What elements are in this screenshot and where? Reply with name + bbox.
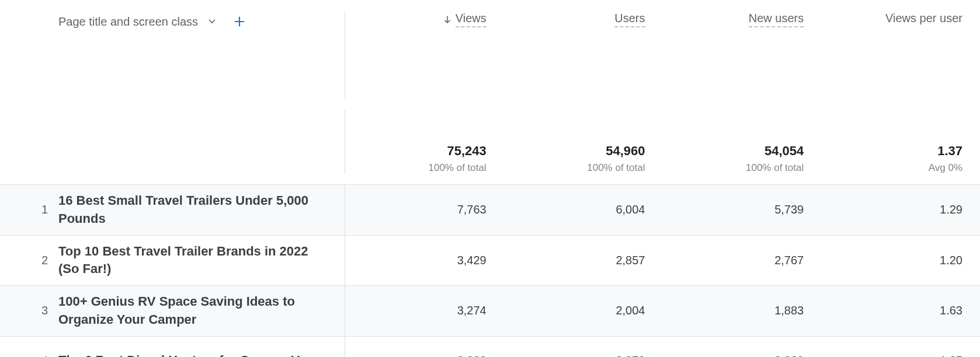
summary-value: 54,054 (663, 144, 804, 159)
summary-sublabel: 100% of total (504, 162, 645, 174)
summary-sublabel: 100% of total (663, 162, 804, 174)
row-title[interactable]: 100+ Genius RV Space Saving Ideas to Org… (58, 286, 345, 336)
table-row[interactable]: 2Top 10 Best Travel Trailer Brands in 20… (0, 235, 980, 286)
row-title[interactable]: Top 10 Best Travel Trailer Brands in 202… (58, 236, 345, 286)
row-title[interactable]: 16 Best Small Travel Trailers Under 5,00… (58, 185, 345, 235)
row-title[interactable]: The 6 Best Diesel Heaters for Camper Van… (58, 345, 345, 357)
cell-new-users: 2,767 (663, 254, 822, 267)
cell-users: 2,857 (504, 254, 663, 267)
cell-new-users: 1,883 (663, 304, 822, 317)
column-header-views[interactable]: Views (345, 12, 504, 27)
column-header-new-users[interactable]: New users (663, 12, 822, 27)
cell-new-users: 5,739 (663, 203, 822, 216)
dimension-selector[interactable]: Page title and screen class (58, 12, 345, 29)
dimension-label: Page title and screen class (58, 15, 198, 29)
row-index: 1 (0, 203, 58, 216)
cell-views-per-user: 1.20 (821, 254, 980, 267)
row-index: 3 (0, 304, 58, 317)
summary-sublabel: 100% of total (345, 162, 486, 174)
column-label: Views per user (885, 12, 962, 25)
cell-views-per-user: 1.29 (821, 203, 980, 216)
cell-new-users: 2,039 (663, 354, 822, 357)
add-dimension-button[interactable] (232, 14, 247, 29)
summary-sublabel: Avg 0% (821, 162, 962, 174)
chevron-down-icon (206, 19, 218, 24)
summary-views-per-user: 1.37 Avg 0% (821, 144, 980, 174)
cell-views-per-user: 1.35 (821, 354, 980, 357)
cell-views-per-user: 1.63 (821, 304, 980, 317)
row-index: 4 (0, 354, 58, 357)
cell-views: 3,429 (345, 254, 504, 267)
analytics-table: Page title and screen class Views (0, 0, 980, 357)
sort-descending-icon (444, 16, 451, 24)
row-index: 2 (0, 254, 58, 267)
cell-users: 2,004 (504, 304, 663, 317)
table-header-row: Page title and screen class Views (0, 0, 980, 99)
cell-users: 6,004 (504, 203, 663, 216)
cell-views: 2,800 (345, 354, 504, 357)
summary-new-users: 54,054 100% of total (663, 144, 822, 174)
summary-value: 75,243 (345, 144, 486, 159)
column-header-users[interactable]: Users (504, 12, 663, 27)
column-label: Users (614, 12, 645, 27)
column-label: New users (749, 12, 804, 27)
table-row[interactable]: 116 Best Small Travel Trailers Under 5,0… (0, 184, 980, 235)
column-header-views-per-user[interactable]: Views per user (821, 12, 980, 25)
summary-value: 54,960 (504, 144, 645, 159)
summary-views: 75,243 100% of total (345, 144, 504, 174)
cell-views: 7,763 (345, 203, 504, 216)
table-row[interactable]: 3100+ Genius RV Space Saving Ideas to Or… (0, 285, 980, 336)
cell-users: 2,070 (504, 354, 663, 357)
table-summary-row: 75,243 100% of total 54,960 100% of tota… (0, 99, 980, 184)
table-body: 116 Best Small Travel Trailers Under 5,0… (0, 184, 980, 357)
summary-users: 54,960 100% of total (504, 144, 663, 174)
column-label: Views (456, 12, 486, 27)
summary-value: 1.37 (821, 144, 962, 159)
cell-views: 3,274 (345, 304, 504, 317)
table-row[interactable]: 4The 6 Best Diesel Heaters for Camper Va… (0, 336, 980, 357)
